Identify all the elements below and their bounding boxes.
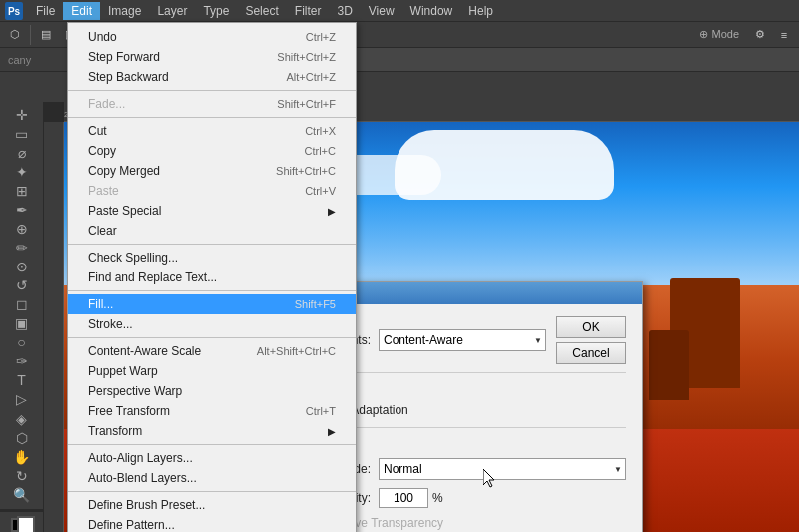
menu-item-paste-special[interactable]: Paste Special ▶ <box>68 201 356 221</box>
mode-select[interactable]: Normal Dissolve Darken Multiply Color Bu… <box>379 458 626 480</box>
menu-item-step-forward[interactable]: Step Forward Shift+Ctrl+Z <box>68 47 356 67</box>
menu-item-step-forward-shortcut: Shift+Ctrl+Z <box>277 51 336 63</box>
menu-item-free-transform[interactable]: Free Transform Ctrl+T <box>68 401 356 421</box>
menu-item-undo[interactable]: Undo Ctrl+Z <box>68 27 356 47</box>
menu-image[interactable]: Image <box>100 2 149 20</box>
tool-eyedropper[interactable]: ✒ <box>9 201 35 218</box>
background-color[interactable] <box>17 516 35 532</box>
menu-item-step-backward[interactable]: Step Backward Alt+Ctrl+Z <box>68 67 356 87</box>
menu-item-content-aware-scale[interactable]: Content-Aware Scale Alt+Shift+Ctrl+C <box>68 341 356 361</box>
menu-item-stroke[interactable]: Stroke... <box>68 314 356 334</box>
tool-pen[interactable]: ✑ <box>9 353 35 370</box>
menu-item-stroke-label: Stroke... <box>88 317 133 331</box>
menu-sep-7 <box>68 491 356 492</box>
tool-lasso[interactable]: ⌀ <box>9 144 35 161</box>
menu-layer[interactable]: Layer <box>149 2 195 20</box>
svg-text:Ps: Ps <box>8 6 21 17</box>
menu-item-define-brush[interactable]: Define Brush Preset... <box>68 495 356 515</box>
menu-view[interactable]: View <box>361 2 402 20</box>
menu-item-free-transform-shortcut: Ctrl+T <box>306 405 336 417</box>
menu-file[interactable]: File <box>28 2 63 20</box>
align-icon[interactable]: ▤ <box>35 24 57 46</box>
menu-item-find-replace-label: Find and Replace Text... <box>88 270 217 284</box>
menu-item-auto-blend[interactable]: Auto-Blend Layers... <box>68 468 356 488</box>
menu-item-clear[interactable]: Clear <box>68 221 356 241</box>
menu-item-fill-label: Fill... <box>88 297 113 311</box>
menu-item-undo-shortcut: Ctrl+Z <box>306 31 336 43</box>
toolbar-separator <box>30 25 31 45</box>
menu-item-copy[interactable]: Copy Ctrl+C <box>68 141 356 161</box>
move-icon[interactable]: ⬡ <box>4 24 26 46</box>
edit-dropdown-menu: Undo Ctrl+Z Step Forward Shift+Ctrl+Z St… <box>67 22 357 532</box>
foreground-color[interactable] <box>11 518 33 532</box>
percent-symbol: % <box>432 491 443 505</box>
menu-window[interactable]: Window <box>402 2 461 20</box>
menu-item-fade[interactable]: Fade... Shift+Ctrl+F <box>68 94 356 114</box>
tool-healing[interactable]: ⊕ <box>9 220 35 237</box>
menu-item-perspective-warp[interactable]: Perspective Warp <box>68 381 356 401</box>
menu-item-check-spelling[interactable]: Check Spelling... <box>68 248 356 267</box>
ruler-vertical <box>44 122 64 532</box>
menu-sep-2 <box>68 117 356 118</box>
menu-type[interactable]: Type <box>195 2 237 20</box>
tool-stamp[interactable]: ⊙ <box>9 259 35 275</box>
menu-item-copy-merged[interactable]: Copy Merged Shift+Ctrl+C <box>68 161 356 181</box>
contents-select-wrapper: Content-Aware Foreground Color Backgroun… <box>379 329 546 351</box>
tool-marquee[interactable]: ▭ <box>9 125 35 142</box>
menu-item-copy-merged-label: Copy Merged <box>88 164 160 178</box>
tool-gradient[interactable]: ▣ <box>9 315 35 332</box>
menu-item-copy-label: Copy <box>88 144 116 158</box>
menu-item-copy-shortcut: Ctrl+C <box>305 145 336 157</box>
menu-item-cut[interactable]: Cut Ctrl+X <box>68 121 356 141</box>
menu-item-fill[interactable]: Fill... Shift+F5 <box>68 294 356 314</box>
tool-crop[interactable]: ⊞ <box>9 182 35 199</box>
menu-select[interactable]: Select <box>237 2 286 20</box>
contents-select[interactable]: Content-Aware Foreground Color Backgroun… <box>379 329 546 351</box>
opacity-input[interactable] <box>379 488 428 508</box>
tool-zoom[interactable]: 🔍 <box>9 486 35 503</box>
menu-item-define-pattern[interactable]: Define Pattern... <box>68 515 356 532</box>
menu-item-cut-label: Cut <box>88 124 107 138</box>
menu-item-cas-shortcut: Alt+Shift+Ctrl+C <box>257 345 336 357</box>
menu-sep-4 <box>68 290 356 291</box>
menu-item-fade-shortcut: Shift+Ctrl+F <box>277 98 336 110</box>
tool-wand[interactable]: ✦ <box>9 163 35 180</box>
menu-item-fade-label: Fade... <box>88 97 125 111</box>
tool-move[interactable]: ✛ <box>9 106 35 123</box>
menu-item-find-replace[interactable]: Find and Replace Text... <box>68 267 356 287</box>
transform-arrow: ▶ <box>328 426 336 437</box>
paste-special-arrow: ▶ <box>328 206 336 217</box>
tool-brush[interactable]: ✏ <box>9 239 35 256</box>
menu-item-puppet-warp[interactable]: Puppet Warp <box>68 361 356 381</box>
menu-item-copy-merged-shortcut: Shift+Ctrl+C <box>276 165 336 177</box>
menu-item-auto-align[interactable]: Auto-Align Layers... <box>68 448 356 468</box>
tools-panel: ✛ ▭ ⌀ ✦ ⊞ ✒ ⊕ ✏ ⊙ ↺ ◻ ▣ ○ ✑ T ▷ ◈ ⬡ ✋ ↻ … <box>0 102 44 532</box>
menu-3d[interactable]: 3D <box>329 2 360 20</box>
tool-text[interactable]: T <box>9 372 35 389</box>
tool-separator <box>0 509 43 512</box>
tool-rotate-view[interactable]: ↻ <box>9 467 35 484</box>
menu-help[interactable]: Help <box>460 2 501 20</box>
menu-item-step-backward-shortcut: Alt+Ctrl+Z <box>286 71 336 83</box>
tool-path-select[interactable]: ▷ <box>9 391 35 408</box>
menu-item-transform[interactable]: Transform ▶ <box>68 421 356 441</box>
tool-shape[interactable]: ◈ <box>9 410 35 427</box>
menu-item-cut-shortcut: Ctrl+X <box>305 125 336 137</box>
menu-sep-5 <box>68 337 356 338</box>
menu-item-paste[interactable]: Paste Ctrl+V <box>68 181 356 201</box>
tool-3d[interactable]: ⬡ <box>9 429 35 446</box>
ok-button[interactable]: OK <box>556 316 626 338</box>
menu-item-check-spelling-label: Check Spelling... <box>88 251 178 265</box>
tool-dodge[interactable]: ○ <box>9 334 35 351</box>
menu-edit[interactable]: Edit <box>63 2 100 20</box>
menu-item-step-forward-label: Step Forward <box>88 50 160 64</box>
tool-eraser[interactable]: ◻ <box>9 296 35 313</box>
more-icon[interactable]: ≡ <box>773 24 795 46</box>
menu-item-puppet-warp-label: Puppet Warp <box>88 364 158 378</box>
menu-filter[interactable]: Filter <box>287 2 330 20</box>
cancel-button[interactable]: Cancel <box>556 342 626 364</box>
tool-history[interactable]: ↺ <box>9 277 35 294</box>
settings-icon[interactable]: ⚙ <box>749 24 771 46</box>
tool-hand[interactable]: ✋ <box>9 448 35 465</box>
menu-item-paste-shortcut: Ctrl+V <box>305 185 336 197</box>
